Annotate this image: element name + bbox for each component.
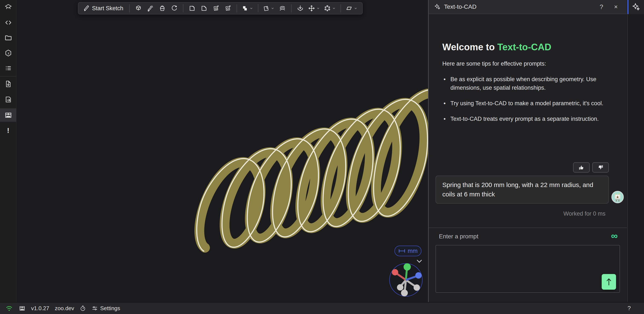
- toolbar-divider: [291, 4, 292, 12]
- right-rail: [628, 0, 644, 302]
- chevron-down-icon: [354, 6, 358, 10]
- revolve-button[interactable]: [169, 4, 179, 13]
- panel-close-button[interactable]: ×: [610, 2, 622, 12]
- loft-button[interactable]: [158, 4, 167, 13]
- start-sketch-label: Start Sketch: [92, 5, 124, 12]
- chevron-down-icon: [250, 6, 253, 10]
- prompt-input[interactable]: [436, 245, 620, 293]
- timer-button[interactable]: [80, 305, 86, 312]
- axis-neg-z-knob: [401, 290, 408, 296]
- sidebar-item-files[interactable]: [0, 31, 16, 44]
- orientation-gimbal[interactable]: [389, 263, 423, 297]
- machine-icon: [4, 111, 12, 119]
- infinity-icon[interactable]: ∞: [611, 230, 618, 241]
- text-to-cad-panel: Text-to-CAD ? × Welcome to Text-to-CAD H…: [428, 0, 627, 302]
- revolve-icon: [171, 5, 178, 12]
- wifi-icon: [5, 305, 13, 312]
- export-file-icon: [4, 80, 12, 88]
- panel-help-button[interactable]: ?: [596, 2, 607, 12]
- sliders-icon: [92, 305, 98, 312]
- thumbs-down-button[interactable]: [592, 162, 609, 172]
- toolbar-divider: [236, 4, 237, 12]
- hole-icon: [225, 5, 231, 12]
- axis-neg-y-knob: [414, 284, 420, 291]
- exclamation-icon: !: [7, 126, 9, 135]
- sweep-button[interactable]: [146, 4, 155, 13]
- feedback-buttons: [436, 162, 609, 172]
- prompt-message-bubble[interactable]: Spring that is 200 mm long, with a 22 mm…: [436, 176, 609, 204]
- extrude-button[interactable]: [134, 4, 143, 13]
- axis-x-knob: [392, 269, 398, 276]
- helix-button[interactable]: [278, 4, 287, 13]
- spring-model: [16, 0, 428, 302]
- sweep-icon: [147, 5, 154, 12]
- loft-icon: [159, 5, 166, 12]
- shell-icon: [213, 5, 219, 12]
- network-status-button[interactable]: [5, 305, 13, 312]
- welcome-highlight: Text-to-CAD: [497, 42, 551, 52]
- plane-icon: [346, 5, 352, 12]
- fillet-icon: [189, 5, 195, 12]
- toolbar-divider: [129, 4, 130, 12]
- panel-header: Text-to-CAD ? ×: [429, 0, 627, 14]
- boolean-button[interactable]: [241, 4, 254, 13]
- thumbs-up-icon: [578, 164, 584, 171]
- boolean-icon: [242, 5, 248, 12]
- sidebar-item-text-to-cad[interactable]: [0, 108, 16, 122]
- sidebar-item-variables[interactable]: x: [0, 46, 16, 60]
- gimbal-icon: [389, 263, 423, 297]
- share-file-icon: [4, 96, 12, 103]
- bullet-icon: •: [442, 75, 450, 92]
- offset-plane-button[interactable]: [262, 4, 275, 13]
- avatar-robot-image: [612, 192, 623, 202]
- machine-manager-button[interactable]: [19, 305, 26, 312]
- list-icon: [4, 64, 12, 72]
- arrow-up-icon: [606, 278, 612, 286]
- settings-button[interactable]: Settings: [92, 305, 120, 312]
- sidebar-item-sketch[interactable]: [0, 0, 16, 14]
- axis-neg-x-knob: [397, 284, 403, 290]
- chevron-down-icon: [271, 6, 274, 10]
- units-badge[interactable]: mm: [394, 246, 422, 256]
- move-button[interactable]: [307, 4, 321, 13]
- hole-button[interactable]: [223, 4, 233, 13]
- sidebar-item-issues[interactable]: !: [0, 124, 16, 137]
- prompt-section-divider: [429, 228, 627, 228]
- tip-item: • Text-to-CAD treats every prompt as a s…: [442, 114, 607, 123]
- help-button[interactable]: ?: [628, 305, 631, 312]
- modeling-viewport[interactable]: Start Sketch: [16, 0, 428, 302]
- sidebar-divider: [0, 76, 16, 76]
- submit-prompt-button[interactable]: [602, 274, 616, 290]
- offset-plane-icon: [263, 5, 270, 12]
- sidebar-item-code[interactable]: [0, 16, 16, 30]
- chevron-down-icon: [316, 6, 320, 10]
- text-to-cad-panel-toggle[interactable]: [628, 0, 644, 14]
- sidebar-item-share[interactable]: [0, 93, 16, 106]
- start-sketch-button[interactable]: Start Sketch: [82, 4, 126, 13]
- tip-text: Try using Text-to-CAD to make a model pa…: [450, 99, 603, 108]
- site-link[interactable]: zoo.dev: [55, 305, 74, 312]
- variables-icon: x: [4, 49, 12, 57]
- tips-intro: Here are some tips for effective prompts…: [442, 60, 546, 67]
- chamfer-button[interactable]: [199, 4, 209, 13]
- chevron-down-icon: [332, 6, 336, 10]
- chamfer-icon: [201, 5, 207, 12]
- user-avatar[interactable]: [612, 191, 624, 203]
- sketch-plane-icon: [4, 3, 12, 11]
- sidebar-item-export[interactable]: [0, 77, 16, 91]
- sparkles-icon: [434, 4, 440, 10]
- app-version[interactable]: v1.0.27: [31, 305, 49, 312]
- pattern-button[interactable]: [323, 4, 337, 13]
- sidebar-item-feature-tree[interactable]: [0, 61, 16, 75]
- unit-label: mm: [408, 248, 418, 254]
- fillet-button[interactable]: [187, 4, 197, 13]
- tip-item: • Be as explicit as possible when descri…: [442, 75, 607, 92]
- shell-button[interactable]: [211, 4, 221, 13]
- thumbs-up-button[interactable]: [573, 162, 590, 172]
- plane-visibility-button[interactable]: [345, 4, 358, 13]
- sparkles-icon: [632, 3, 640, 11]
- axis-y-knob: [415, 272, 422, 279]
- insert-button[interactable]: [296, 4, 305, 13]
- helix-icon: [279, 5, 286, 12]
- toolbar-divider: [183, 4, 183, 12]
